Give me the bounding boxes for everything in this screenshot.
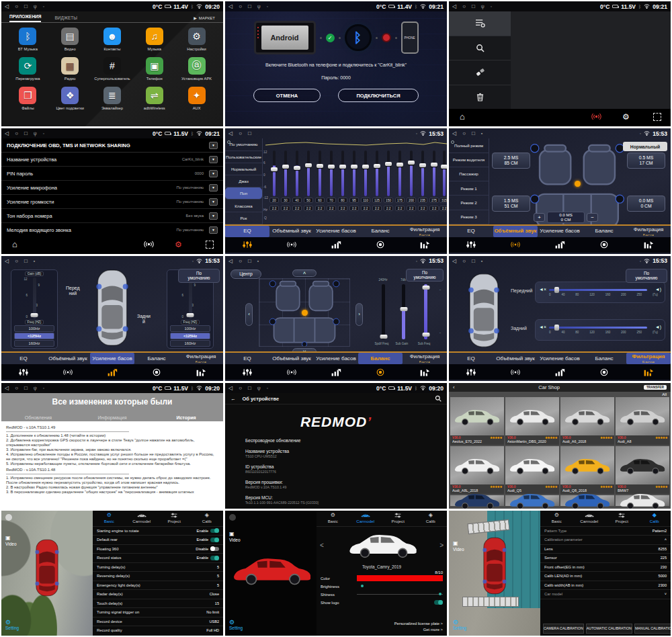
tab-filter[interactable]: ФильтрацияБасов [403,226,447,237]
eq-band-slider[interactable] [269,151,279,196]
trash-button[interactable] [449,85,511,110]
tab-carmodel[interactable]: Carmodel [573,511,606,526]
car-card[interactable]: V30.0★★★★★Audi_Q5 [505,446,559,494]
eq-band-slider[interactable] [361,151,370,196]
tab-filter[interactable]: ФильтрацияБасов [179,353,223,364]
tab-carmodel[interactable]: Carmodel [349,511,382,526]
bass-boost-icon[interactable] [314,368,358,376]
car-card[interactable]: V30.0★★★★★Audi_A6_2018 [560,397,614,445]
balance-icon[interactable] [134,368,179,376]
setting-label[interactable]: ⚙Setting [453,619,466,630]
app-files[interactable]: ❒Файлы [7,87,49,110]
tab-eq[interactable]: EQ [225,226,269,237]
eq-icon[interactable] [1,368,46,376]
rear-gain-handle[interactable] [187,313,194,317]
surround-icon[interactable] [493,241,538,249]
search-icon[interactable] [435,395,442,402]
bass-boost-icon[interactable] [538,241,582,249]
balance-icon[interactable] [358,368,403,376]
toggle-on[interactable] [210,556,219,560]
eq-band-slider[interactable] [429,151,439,196]
automatic-calibration-button[interactable]: AUTOMATIC CALIBRATION [586,624,632,634]
setting-row[interactable]: Calibration parameter˄ [540,536,671,545]
profile-button[interactable]: Нормальный [623,142,667,151]
recents-icon[interactable]: □ [248,130,251,136]
eq-band-slider[interactable] [349,151,359,196]
setting-row[interactable]: Record deviceUSB2 [93,618,223,627]
mode-full[interactable]: Полный режим [449,138,489,153]
show-logo-row[interactable]: Show logo [317,599,447,607]
default-button[interactable]: Поумолчанию [626,269,667,283]
cancel-button[interactable]: ОТМЕНА [253,89,321,102]
setting-row[interactable]: Pattern TypePattern2 [540,527,671,536]
car-card-partial[interactable] [616,495,669,506]
preset-rock[interactable]: Рок [225,212,262,224]
rear-freq-100[interactable]: 100Hz [170,325,210,332]
eq-band-slider[interactable] [439,151,447,196]
eq-icon[interactable] [449,368,493,376]
eq-band-slider[interactable] [292,151,302,196]
back-icon[interactable]: ◁ [228,3,233,9]
preset-default[interactable]: По умолчанию [225,138,262,151]
setting-row[interactable]: Sensor225 [540,554,671,563]
tab-surround[interactable]: Объёмный звук [493,353,538,364]
filter-icon[interactable] [403,241,447,249]
back-icon[interactable]: ◁ [5,258,9,264]
arrow-right-button[interactable]: › [355,303,363,326]
setting-row[interactable]: Record statusEnable [93,554,223,563]
car-card[interactable]: V30.0★★★★★Audi_A8 [616,397,669,445]
minus-button[interactable]: − [587,213,598,222]
setting-row[interactable]: Car model˅ [540,590,671,599]
spdif-freq-slider[interactable] [382,284,385,339]
tab-calib[interactable]: ◈Calib [415,511,448,526]
car-card-partial[interactable] [450,495,504,506]
recents-icon[interactable]: □ [248,258,251,264]
signal-button[interactable] [144,241,154,248]
screenshot-frame-button[interactable] [206,241,214,249]
rear-filter-slider[interactable] [549,327,647,329]
back-icon[interactable]: ◁ [452,3,456,9]
tab-calib[interactable]: ◈Calib [191,511,224,526]
home-button[interactable]: ⌂ [12,239,17,249]
balance-icon[interactable] [582,241,626,249]
setting-row[interactable]: Turning signal trigger onNo limit [93,608,223,618]
setting-row[interactable]: Record qualityFull HD [93,626,223,636]
filter-icon[interactable] [403,368,447,376]
camera-calibration-button[interactable]: CAMERA CALIBRATION [543,624,584,634]
plus-button[interactable]: + [534,213,545,222]
next-car-arrow[interactable]: > [439,542,444,549]
car-card[interactable]: V30.0★★★★★Audi_Q8_2018 [560,446,614,494]
app-music[interactable]: ♫Музыка [133,28,175,51]
eq-band-slider[interactable] [315,151,325,196]
surround-icon[interactable] [493,368,538,376]
tab-eq[interactable]: EQ [1,353,46,364]
app-settings[interactable]: ⚙Настройки [175,28,218,51]
back-arrow-icon[interactable]: ← [230,396,236,402]
front-left-delay-button[interactable]: 2.5 MS85 CM [492,153,530,169]
preset-classic[interactable]: Классика [225,200,262,212]
setting-row[interactable]: Turning delay(s)5 [93,563,223,572]
tab-balance[interactable]: Баланс [582,353,626,364]
front-freq-160[interactable]: 160Hz [14,340,54,347]
home-circle-icon[interactable]: ○ [462,258,466,264]
home-button[interactable]: ⌂ [460,112,465,122]
filter-icon[interactable] [179,368,223,376]
tab-eq[interactable]: EQ [449,353,493,364]
eq-band-slider[interactable] [418,151,427,196]
rear-gain-slider[interactable]: 12 9 6 3 0 [189,278,192,318]
front-filter-slider[interactable] [549,289,647,291]
mute-icon[interactable]: ◄× [539,325,546,329]
app-superuser[interactable]: #Суперпользователь [91,57,134,81]
tab-basic[interactable]: ⚙Basic [540,511,573,526]
eq-band-slider[interactable] [338,151,347,196]
front-right-delay-button[interactable]: 0.5 MS17 CM [627,153,665,169]
app-contacts[interactable]: ☻Контакты [91,28,134,51]
manual-calibration-button[interactable]: MANUAL CALIBRATION [634,624,671,634]
transfer-button[interactable]: TRANSFER [644,385,667,390]
front-freq-100[interactable]: 100Hz [14,325,54,332]
mute-icon[interactable]: ◄× [539,287,546,292]
bass-boost-icon[interactable] [90,368,134,376]
back-icon[interactable]: ◁ [452,130,456,136]
prev-car-arrow[interactable]: < [320,542,324,549]
filter-all[interactable]: All [449,392,671,397]
